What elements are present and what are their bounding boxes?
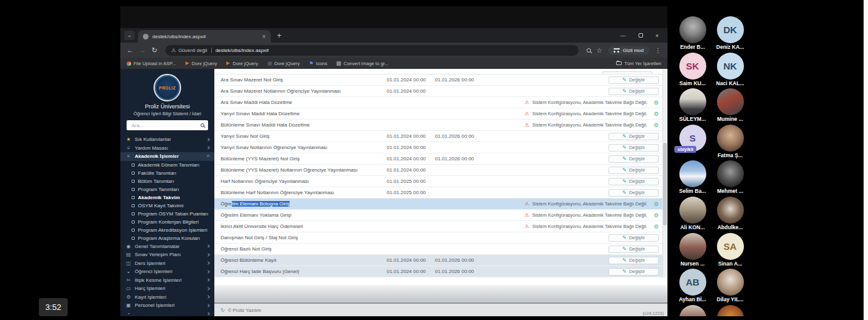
sidebar-item-genel-tan-mlamalar[interactable]: ◉Genel Tanımlamalar xyxy=(120,242,214,251)
zoom-search-icon[interactable] xyxy=(587,48,591,53)
sidebar-item-i-li-ik-kesme-i-lemleri[interactable]: ✂İlişik Kesme İşlemleri xyxy=(120,276,214,285)
participant-tile[interactable]: DKDeniz KA... xyxy=(712,15,748,51)
table-row[interactable]: Öğrenci Bütünleme Kayıt01.01.2024 00:000… xyxy=(214,255,667,266)
security-chip[interactable]: ⚠Güvenli değil xyxy=(171,48,207,53)
participant-tile[interactable]: Abdulke... xyxy=(712,195,748,232)
participant-tile[interactable]: SÜLEYM... xyxy=(674,87,711,123)
sidebar-item-yard-m-masas-[interactable]: ≡Yardım Masası xyxy=(120,144,214,153)
sidebar-item-ders-i-lemleri[interactable]: ◫Ders İşlemleri xyxy=(120,259,214,268)
sidebar-item-har-i-lemleri[interactable]: ▭Harç İşlemleri xyxy=(120,284,214,293)
bookmark-item[interactable]: Dore jQuery xyxy=(186,61,217,66)
sidebar-subitem[interactable]: Program Akreditasyon İşlemleri xyxy=(120,226,214,234)
table-row[interactable]: Ara Sınav Mazeret Notlarının Öğrenciye Y… xyxy=(214,86,667,97)
participant-tile[interactable]: Ali KON... xyxy=(674,195,711,232)
sidebar-item-akademik-i-lemler[interactable]: ≡Akademik İşlemler xyxy=(120,152,214,161)
sidebar-item-partial[interactable]: ◔ xyxy=(120,310,214,317)
sidebar-subitem[interactable]: Fakülte Tanımları xyxy=(120,169,214,177)
change-button[interactable]: ✎Değiştir xyxy=(609,133,659,140)
participant-tile[interactable]: Ender B... xyxy=(674,15,711,51)
sidebar-subitem[interactable]: Program Araştırma Konuları xyxy=(120,234,214,242)
refresh-icon[interactable]: ↻ xyxy=(221,307,225,313)
avatar[interactable] xyxy=(679,16,706,43)
change-button[interactable]: ✎Değiştir xyxy=(609,189,659,197)
sidebar-item--renci-i-lemleri[interactable]: ◒Öğrenci İşlemleri xyxy=(120,267,214,276)
new-tab-button[interactable]: + xyxy=(277,31,281,40)
participant-tile[interactable]: SKSaim KU... xyxy=(674,51,711,88)
participant-tile[interactable] xyxy=(674,304,711,316)
bookmark-star-icon[interactable]: ☆ xyxy=(597,47,602,54)
bookmark-item[interactable]: ⚑Icons xyxy=(309,61,327,66)
sidebar-subitem[interactable]: Akademik Dönem Tanımları xyxy=(120,161,214,169)
search-input[interactable] xyxy=(130,122,198,129)
table-row[interactable]: Ara Sınav Maddi Hata Düzeltme⚠Sistem Kon… xyxy=(214,97,667,108)
table-row[interactable]: Yarıyıl Sınav Not Giriş01.01.2024 00:000… xyxy=(214,131,667,142)
avatar[interactable] xyxy=(717,125,744,152)
table-row[interactable]: Yarıyıl Sınav Notlarının Öğrenciye Yayın… xyxy=(214,142,667,153)
table-row[interactable]: Bütünleme Harf Notlarının Öğrenciye Yayı… xyxy=(214,187,667,199)
change-button[interactable]: ✎Değiştir xyxy=(609,88,659,95)
table-row[interactable]: Bütünleme (YYS Mazeret) Not Giriş01.01.2… xyxy=(214,153,667,165)
change-button[interactable]: ✎Değiştir xyxy=(609,76,659,84)
close-icon[interactable]: × xyxy=(656,33,659,39)
sidebar-subitem[interactable]: Program Tanımları xyxy=(120,185,214,194)
change-button[interactable]: ✎Değiştir xyxy=(609,178,659,185)
sidebar-item-s-k-kullan-lanlar[interactable]: ★Sık Kullanılanlar xyxy=(120,135,214,144)
bookmark-item[interactable]: Dore jQuery xyxy=(226,61,258,66)
change-button[interactable]: ✎Değiştir xyxy=(609,234,659,242)
table-row[interactable]: Öğretim Elemanı Yoklama Girişi⚠Sistem Ko… xyxy=(214,210,667,221)
sidebar-subitem[interactable]: Bölüm Tanımları xyxy=(120,177,214,185)
avatar[interactable] xyxy=(679,197,706,224)
table-row[interactable]: Öğretim Elemanı Bologna Giriş⚠Sistem Kon… xyxy=(214,199,667,210)
browser-tab[interactable]: destek/oibs/index.aspx# × xyxy=(138,30,271,43)
gear-icon[interactable]: ⚙ xyxy=(654,100,659,106)
menu-kebab-icon[interactable]: ⋮ xyxy=(655,47,661,54)
bookmark-item[interactable]: Dore jQuery xyxy=(268,61,300,66)
avatar[interactable] xyxy=(679,305,706,316)
gear-icon[interactable]: ⚙ xyxy=(654,122,659,128)
sidebar-item-kay-t-i-lemleri[interactable]: ⚙Kayıt İşlemleri xyxy=(120,293,214,302)
avatar[interactable]: SA xyxy=(717,233,744,260)
table-row[interactable]: Öğrenci Bazlı Not Giriş✎Değiştir xyxy=(214,244,667,255)
participant-tile[interactable]: Selim Ba... xyxy=(674,159,711,195)
sidebar-item-personel-i-lemleri[interactable]: ▣Personel İşlemleri xyxy=(120,301,214,310)
change-button[interactable]: ✎Değiştir xyxy=(609,155,659,163)
avatar[interactable] xyxy=(679,233,706,260)
change-button[interactable]: ✎Değiştir xyxy=(609,245,659,253)
sidebar-search[interactable] xyxy=(127,120,208,130)
avatar[interactable] xyxy=(717,88,744,115)
maximize-icon[interactable] xyxy=(639,33,643,38)
sidebar-item-s-nav-yerle-im-plan-[interactable]: ▤Sınav Yerleşim Planı xyxy=(120,250,214,259)
participant-tile[interactable]: Ssbiyikli xyxy=(674,123,711,160)
tab-search-button[interactable]: ⌄ xyxy=(124,31,135,40)
table-row[interactable]: Bütünleme Sınavı Maddi Hata Düzeltme⚠Sis… xyxy=(214,120,667,131)
gear-icon[interactable]: ⚙ xyxy=(654,212,659,219)
participant-tile[interactable]: Fatma Ş... xyxy=(712,123,748,160)
forward-icon[interactable]: → xyxy=(139,46,146,54)
gear-icon[interactable]: ⚙ xyxy=(654,201,659,207)
change-button[interactable]: ✎Değiştir xyxy=(609,167,659,174)
table-row[interactable]: Yarıyıl Sınavı Maddi Hata Düzeltme⚠Siste… xyxy=(214,108,667,120)
tab-close-icon[interactable]: × xyxy=(262,33,266,40)
page-scrollbar-strip[interactable] xyxy=(864,0,868,320)
all-bookmarks-button[interactable]: Tüm Yer İşaretleri xyxy=(616,61,661,66)
avatar[interactable]: SK xyxy=(679,53,706,80)
avatar[interactable] xyxy=(717,269,744,296)
avatar[interactable] xyxy=(717,197,744,224)
change-button[interactable]: ✎Değiştir xyxy=(609,144,659,152)
bookmark-item[interactable]: File Upload in ASP... xyxy=(127,61,176,66)
table-row[interactable]: İkinci Aktif Üniversite Harç Ödemeleri⚠S… xyxy=(214,221,667,232)
participant-tile[interactable]: ABAyhan Bİ... xyxy=(674,267,711,304)
avatar[interactable] xyxy=(717,160,744,187)
participant-tile[interactable]: NKNaci KAL... xyxy=(712,51,748,88)
change-button[interactable]: ✎Değiştir xyxy=(609,268,659,276)
sidebar-subitem[interactable]: Akademik Takvim xyxy=(120,194,214,202)
table-scrollbar[interactable] xyxy=(662,69,667,277)
table-row[interactable]: Danışman Not Giriş / Staj Not Giriş✎Deği… xyxy=(214,232,667,244)
gear-icon[interactable]: ⚙ xyxy=(654,224,659,230)
reload-icon[interactable]: ↻ xyxy=(152,46,157,54)
participant-tile[interactable]: Mumine ... xyxy=(712,87,748,123)
sidebar-subitem[interactable]: Program ÖSYM Taban Puanları xyxy=(120,210,214,218)
sidebar-subitem[interactable]: Program Kontenjan Bilgileri xyxy=(120,218,214,226)
bookmark-item[interactable]: Convert image to gr... xyxy=(337,61,389,66)
table-row[interactable]: Harf Notlarının Öğrenciye Yayınlanması01… xyxy=(214,176,667,187)
